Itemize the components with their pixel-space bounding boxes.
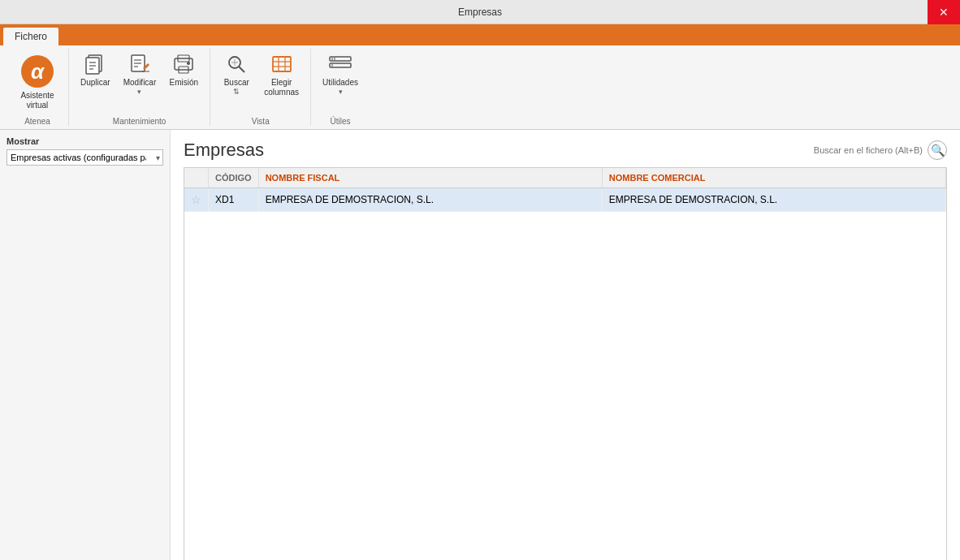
table-wrapper: CÓDIGO NOMBRE FISCAL NOMBRE COMERCIAL ☆ … [184, 167, 947, 560]
codigo-cell: XD1 [209, 188, 259, 212]
ribbon-tab-bar: Fichero [0, 24, 960, 45]
search-input[interactable] [760, 145, 923, 155]
emision-label: Emisión [169, 78, 198, 88]
ribbon-group-utiles: Utilidades ▾ Útiles [311, 49, 370, 126]
sidebar-section-label: Mostrar [6, 136, 163, 146]
content-area: Empresas 🔍 CÓDIGO NOMBRE FISCAL NOMBRE C… [171, 130, 960, 560]
duplicar-icon [82, 52, 108, 78]
alpha-icon: α [21, 55, 54, 88]
table-header-row: CÓDIGO NOMBRE FISCAL NOMBRE COMERCIAL [184, 168, 946, 188]
sidebar-dropdown-wrap[interactable]: Empresas activas (configuradas pa Todas … [6, 149, 163, 166]
ribbon-group-mantenimiento: Duplicar Modificar ▾ [69, 49, 210, 126]
elegir-columnas-label: Elegircolumnas [264, 78, 299, 97]
svg-point-14 [187, 62, 190, 65]
star-cell[interactable]: ☆ [184, 188, 209, 212]
utiles-group-label: Útiles [331, 114, 351, 126]
elegir-columnas-icon [269, 52, 295, 78]
mantenimiento-items: Duplicar Modificar ▾ [76, 49, 203, 114]
col-header-nombre-fiscal[interactable]: NOMBRE FISCAL [258, 168, 602, 188]
ribbon: Fichero α Asistentevirtual Atenea [0, 24, 960, 130]
search-box: 🔍 [760, 140, 947, 160]
duplicar-label: Duplicar [80, 78, 110, 88]
utiles-items: Utilidades ▾ [318, 49, 363, 114]
sidebar: Mostrar Empresas activas (configuradas p… [0, 130, 171, 560]
asistente-virtual-button[interactable]: α Asistentevirtual [13, 49, 62, 114]
emision-icon [171, 52, 197, 78]
modificar-label: Modificar [123, 78, 157, 88]
ribbon-group-atenea: α Asistentevirtual Atenea [6, 49, 69, 126]
col-header-codigo[interactable]: CÓDIGO [209, 168, 259, 188]
modificar-button[interactable]: Modificar ▾ [119, 49, 162, 99]
nombre-comercial-cell: EMPRESA DE DEMOSTRACION, S.L. [602, 188, 945, 212]
col-header-nombre-comercial[interactable]: NOMBRE COMERCIAL [602, 168, 945, 188]
empresas-table: CÓDIGO NOMBRE FISCAL NOMBRE COMERCIAL ☆ … [184, 168, 946, 212]
svg-rect-25 [330, 63, 351, 67]
duplicar-button[interactable]: Duplicar [76, 49, 115, 91]
atenea-group-label: Atenea [24, 114, 50, 126]
tab-fichero[interactable]: Fichero [3, 28, 58, 45]
asistente-virtual-label: Asistentevirtual [20, 91, 54, 110]
svg-rect-19 [273, 57, 291, 71]
svg-line-16 [239, 67, 244, 72]
atenea-items: α Asistentevirtual [13, 49, 62, 114]
buscar-icon [223, 52, 249, 78]
buscar-button[interactable]: Buscar ⇅ [217, 49, 256, 99]
col-header-star [184, 168, 209, 188]
content-header: Empresas 🔍 [184, 140, 947, 161]
buscar-sort-icon: ⇅ [233, 88, 240, 96]
svg-rect-24 [330, 57, 351, 61]
modificar-arrow: ▾ [137, 88, 141, 96]
utilidades-icon [327, 52, 353, 78]
ribbon-content: α Asistentevirtual Atenea [0, 45, 960, 130]
search-icon[interactable]: 🔍 [928, 140, 947, 160]
window-title: Empresas [458, 6, 502, 18]
elegir-columnas-button[interactable]: Elegircolumnas [259, 49, 304, 101]
modificar-icon [127, 52, 153, 78]
table-row[interactable]: ☆ XD1 EMPRESA DE DEMOSTRACION, S.L. EMPR… [184, 188, 946, 212]
ribbon-group-vista: Buscar ⇅ Elegircolumnas [210, 49, 311, 126]
sidebar-dropdown[interactable]: Empresas activas (configuradas pa Todas … [6, 149, 163, 166]
buscar-label: Buscar [224, 78, 249, 88]
main-layout: Mostrar Empresas activas (configuradas p… [0, 130, 960, 560]
emision-button[interactable]: Emisión [164, 49, 203, 91]
utilidades-arrow: ▾ [339, 88, 343, 96]
utilidades-label: Utilidades [322, 78, 358, 88]
nombre-fiscal-cell: EMPRESA DE DEMOSTRACION, S.L. [258, 188, 602, 212]
close-button[interactable]: ✕ [928, 0, 960, 24]
mantenimiento-group-label: Mantenimiento [113, 114, 166, 126]
utilidades-button[interactable]: Utilidades ▾ [318, 49, 363, 99]
page-title: Empresas [184, 140, 264, 161]
vista-items: Buscar ⇅ Elegircolumnas [217, 49, 304, 114]
title-bar: Empresas ✕ [0, 0, 960, 24]
vista-group-label: Vista [252, 114, 270, 126]
